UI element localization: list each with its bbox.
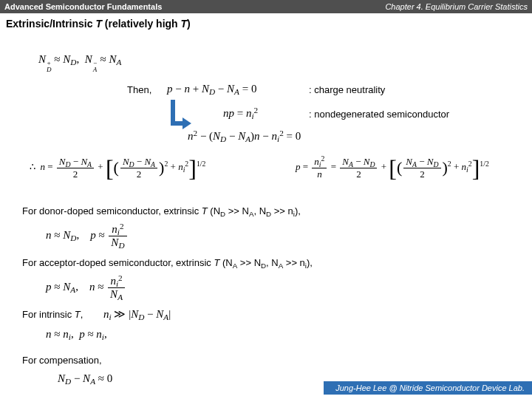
eq-p-solution: p = ni2n = NA − ND2 + [(NA − ND2)2 + ni2…	[296, 155, 489, 183]
eq-intrinsic-cond: ni ≫ |ND − NA|	[103, 307, 171, 321]
eq-intrinsic-result: n ≈ ni, p ≈ ni,	[46, 328, 107, 341]
note-charge-neutrality: : charge neutrality	[309, 84, 385, 95]
eq-ionization: N+D ≈ ND, N−A ≈ NA	[38, 53, 121, 73]
flow-arrow-icon	[168, 100, 190, 133]
txt-acceptor: For acceptor-doped semiconductor, extrin…	[22, 257, 313, 268]
eq-charge-neutrality: p − n + ND − NA = 0	[167, 83, 256, 95]
eq-acceptor: p ≈ NA, n ≈ ni2NA	[46, 275, 126, 301]
txt-donor: For donor-doped semiconductor, extrinsic…	[22, 205, 301, 216]
section-mid: (relatively high	[102, 18, 181, 30]
slide-footer: Jung-Hee Lee @ Nitride Semiconductor Dev…	[324, 381, 532, 395]
txt-intrinsic: For intrinsic T,	[22, 309, 83, 320]
section-var1: T	[95, 18, 102, 30]
txt-compensation: For compensation,	[22, 355, 102, 366]
eq-compensation: ND − NA ≈ 0	[58, 372, 112, 385]
eq-n-solution: ∴ n = ND − NA2 + [(ND − NA2)2 + ni2]1/2	[30, 155, 205, 183]
header-left: Advanced Semiconductor Fundamentals	[4, 0, 162, 13]
section-title: Extrinsic/Intrinsic T (relatively high T…	[0, 13, 532, 31]
note-nondegenerate: : nondegenerated semiconductor	[309, 109, 449, 120]
then-label: Then,	[127, 84, 151, 95]
slide-header: Advanced Semiconductor Fundamentals Chap…	[0, 0, 532, 13]
section-post: )	[187, 18, 191, 30]
eq-donor: n ≈ ND, p ≈ ni2ND	[46, 223, 129, 249]
section-var2: T	[181, 18, 188, 30]
eq-quadratic: n2 − (ND − NA)n − ni2 = 0	[188, 130, 301, 143]
eq-mass-action: np = ni2	[223, 107, 258, 120]
section-pre: Extrinsic/Intrinsic	[6, 18, 95, 30]
header-right: Chapter 4. Equilibrium Carrier Statistic…	[385, 0, 528, 13]
